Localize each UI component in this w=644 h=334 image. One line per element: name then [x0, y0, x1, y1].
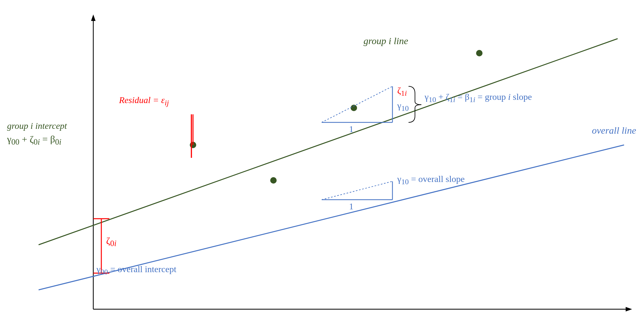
data-point-2 — [270, 177, 277, 184]
residual-label: Residual = εij — [119, 95, 169, 107]
overall-slope-label: γ10 = overall slope — [397, 174, 465, 186]
overall-line-label: overall line — [592, 125, 636, 136]
gamma-10-top-label: γ10 — [397, 100, 409, 113]
y-axis-arrow — [91, 14, 96, 21]
one-label-top: 1 — [349, 124, 354, 134]
zeta-1i-label: ζ1i — [397, 85, 407, 98]
overall-intercept-label: γ00 = overall intercept — [97, 264, 176, 276]
slope-triangle-overall-hyp — [322, 181, 392, 200]
main-svg — [0, 0, 644, 334]
group-i-line-label: group i line — [363, 35, 408, 46]
x-axis-arrow — [626, 307, 632, 311]
curly-brace — [409, 86, 421, 122]
group-i-line — [39, 39, 618, 245]
one-label-bottom: 1 — [349, 201, 354, 212]
zeta-0i-label: ζ0i — [106, 235, 116, 248]
data-point-4 — [476, 50, 483, 56]
slope-triangle-group-hyp — [322, 86, 392, 122]
group-intercept-title: group i intercept — [7, 121, 67, 131]
diagram-container: group i line overall line group i interc… — [0, 0, 644, 334]
group-intercept-formula: γ00 + ζ0i = β0i — [7, 134, 61, 147]
group-slope-formula: γ10 + ζ1i = β1i = group i slope — [425, 92, 532, 104]
